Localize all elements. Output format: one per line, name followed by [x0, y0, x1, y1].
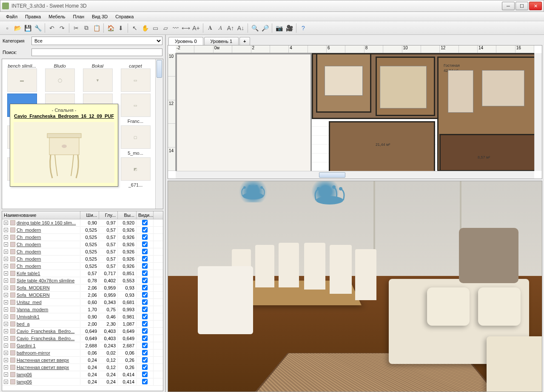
tree-toggle-icon[interactable]: +	[4, 315, 8, 319]
visible-checkbox[interactable]	[142, 256, 148, 261]
tree-toggle-icon[interactable]: +	[4, 264, 8, 268]
import-icon[interactable]: ⬇	[116, 23, 125, 33]
visible-checkbox[interactable]	[142, 307, 148, 312]
furniture-row[interactable]: +Настенная светит вверх0,240,120,26	[2, 364, 163, 371]
tree-toggle-icon[interactable]: +	[4, 351, 8, 355]
tree-toggle-icon[interactable]: +	[4, 286, 8, 290]
help-icon[interactable]: ?	[299, 23, 308, 33]
col-visible[interactable]: Види...	[137, 211, 154, 219]
menu-help[interactable]: Справка	[112, 13, 137, 20]
visible-checkbox[interactable]	[142, 292, 148, 298]
text-increase-icon[interactable]: A↑	[226, 23, 235, 33]
zoom-in-icon[interactable]: 🔍	[250, 23, 259, 33]
prefs-icon[interactable]: 🔧	[33, 23, 43, 33]
pan-icon[interactable]: ✋	[140, 23, 150, 33]
furniture-row[interactable]: +Настенная светит вверх0,240,120,26	[2, 357, 163, 364]
redo-icon[interactable]: ↷	[57, 23, 67, 33]
furniture-row[interactable]: +Sofa_MODERN2,060,9590,93	[2, 292, 163, 299]
visible-checkbox[interactable]	[142, 299, 148, 305]
plan-scroll-h[interactable]	[176, 171, 534, 179]
tree-toggle-icon[interactable]: +	[4, 322, 8, 326]
tree-toggle-icon[interactable]: +	[4, 365, 8, 369]
col-width[interactable]: Ши...	[80, 211, 99, 219]
tree-toggle-icon[interactable]: +	[4, 271, 8, 276]
tree-toggle-icon[interactable]: +	[4, 300, 8, 304]
catalog-item[interactable]: ▢5_mo...	[118, 125, 153, 156]
furniture-row[interactable]: +Kofe table10,570,7170,851	[2, 270, 163, 277]
tab-level0[interactable]: Уровень 0	[168, 37, 203, 45]
new-icon[interactable]: ▫	[3, 23, 12, 33]
search-input[interactable]	[31, 48, 162, 56]
tree-toggle-icon[interactable]: +	[4, 257, 8, 261]
tree-toggle-icon[interactable]: +	[4, 336, 8, 341]
text-bold-icon[interactable]: 𝐀	[205, 23, 215, 33]
dimension-icon[interactable]: ⟷	[181, 23, 191, 33]
visible-checkbox[interactable]	[142, 335, 148, 341]
col-depth[interactable]: Глу...	[99, 211, 118, 219]
visible-checkbox[interactable]	[142, 278, 148, 283]
polyline-icon[interactable]: 〰	[171, 23, 180, 33]
furniture-row[interactable]: +Sofa_MODERN2,060,9590,93	[2, 284, 163, 292]
tree-toggle-icon[interactable]: +	[4, 358, 8, 362]
visible-checkbox[interactable]	[142, 270, 148, 276]
visible-checkbox[interactable]	[142, 241, 148, 247]
visible-checkbox[interactable]	[142, 263, 148, 269]
visible-checkbox[interactable]	[142, 364, 148, 370]
plan-scroll-v[interactable]	[534, 53, 542, 171]
visible-checkbox[interactable]	[142, 227, 148, 233]
tree-toggle-icon[interactable]: +	[4, 293, 8, 297]
visible-checkbox[interactable]	[142, 285, 148, 290]
plan-view[interactable]: -20м246810121416 101214 14,87 м² 21,44 м…	[168, 45, 542, 179]
save-icon[interactable]: 💾	[23, 23, 32, 33]
tree-toggle-icon[interactable]: +	[4, 242, 8, 247]
menu-edit[interactable]: Правка	[22, 13, 44, 20]
furniture-row[interactable]: +Vanna_modern1,700,750,993	[2, 306, 163, 313]
catalog-scrollbar[interactable]	[155, 59, 163, 209]
paste-icon[interactable]: 📋	[92, 23, 101, 33]
furniture-row[interactable]: +Ch_modern0,5250,570,926	[2, 234, 163, 241]
visible-checkbox[interactable]	[142, 234, 148, 240]
furniture-row[interactable]: +bed_a2,002,301,087	[2, 321, 163, 328]
visible-checkbox[interactable]	[142, 220, 148, 225]
undo-icon[interactable]: ↶	[47, 23, 57, 33]
visible-checkbox[interactable]	[142, 350, 148, 355]
catalog-item[interactable]: carpet▭	[118, 62, 153, 92]
menu-view3d[interactable]: Вид 3D	[88, 13, 111, 20]
close-button[interactable]: ✕	[529, 2, 542, 10]
furniture-row[interactable]: +Gardini 12,6880,2432,687	[2, 342, 163, 349]
furniture-row[interactable]: +Cavio_Francheska_Bedro...0,6490,4030,64…	[2, 328, 163, 335]
tree-toggle-icon[interactable]: +	[4, 307, 8, 312]
visible-checkbox[interactable]	[142, 314, 148, 319]
furniture-row[interactable]: +lamp060,240,240,414	[2, 371, 163, 378]
catalog-item[interactable]: ▭Franc...	[118, 94, 153, 124]
view-3d[interactable]: ▲ ▼ ◀ ▶	[168, 181, 542, 392]
furniture-list-body[interactable]: +dining table 160 x 160 slim...0,900,970…	[2, 219, 163, 391]
furniture-row[interactable]: +lamp060,240,240,414	[2, 378, 163, 386]
furniture-row[interactable]: +Ch_modern0,5250,570,926	[2, 227, 163, 234]
furniture-row[interactable]: +Ch_modern0,5250,570,926	[2, 241, 163, 248]
tree-toggle-icon[interactable]: +	[4, 221, 8, 225]
wall-icon[interactable]: ▭	[151, 23, 160, 33]
copy-icon[interactable]: ⧉	[82, 23, 91, 33]
catalog-item[interactable]: bench slimli...▬	[5, 62, 39, 92]
catalog-item[interactable]: Bludo◯	[43, 62, 77, 92]
select-icon[interactable]: ↖	[130, 23, 140, 33]
minimize-button[interactable]: ─	[502, 2, 515, 10]
furniture-row[interactable]: +Cavio_Francheska_Bedro...0,6490,4030,64…	[2, 335, 163, 342]
tree-toggle-icon[interactable]: +	[4, 329, 8, 333]
maximize-button[interactable]: ☐	[516, 2, 528, 10]
menu-furniture[interactable]: Мебель	[45, 13, 68, 20]
add-furniture-icon[interactable]: 🏠	[106, 23, 115, 33]
text-decrease-icon[interactable]: A↓	[236, 23, 245, 33]
visible-checkbox[interactable]	[142, 357, 148, 363]
tree-toggle-icon[interactable]: +	[4, 372, 8, 377]
text-icon[interactable]: A+	[191, 23, 201, 33]
text-italic-icon[interactable]: 𝐴	[216, 23, 225, 33]
catalog-item[interactable]: Bokal▼	[80, 62, 115, 92]
photo-icon[interactable]: 📷	[274, 23, 284, 33]
plan-canvas[interactable]: 14,87 м² 21,44 м² 8,57 м² Гостиная 42,04…	[176, 53, 534, 171]
furniture-row[interactable]: +Ch_modern0,5250,570,926	[2, 248, 163, 256]
open-icon[interactable]: 📂	[13, 23, 22, 33]
tab-level1[interactable]: Уровень 1	[204, 37, 239, 45]
furniture-row[interactable]: +Umivalnik10,900,460,981	[2, 313, 163, 321]
